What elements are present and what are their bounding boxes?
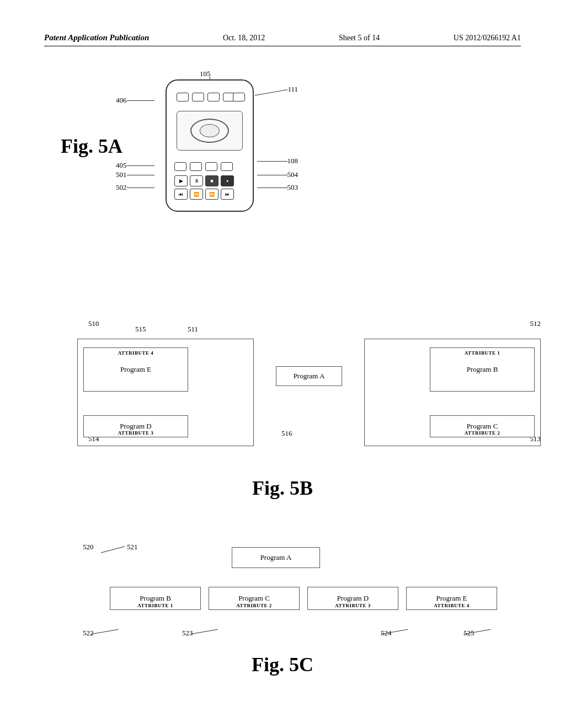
sheet-info: Sheet 5 of 14	[339, 34, 380, 42]
page: Patent Application Publication Oct. 18, …	[0, 0, 565, 728]
box-prog-e-5c: Program E ATTRIBUTE 4	[406, 587, 497, 610]
fig5b-diagram: 510 515 511 512 513 514 516 ATTRIBUTE 4 …	[77, 322, 541, 471]
ref-520: 520	[83, 543, 94, 552]
ref-504: 504	[287, 170, 299, 179]
fig5b-label: Fig. 5B	[44, 477, 521, 500]
fig5c-diagram: 520 521 Program A Program B ATTRIBUTE 1	[66, 537, 541, 647]
fig5a-section: Fig. 5A 105 111 406	[44, 68, 521, 300]
ref-108: 108	[287, 157, 299, 165]
patent-number: US 2012/0266192 A1	[454, 34, 521, 42]
btn-top-2	[192, 93, 204, 101]
prog-e-5c: Program E	[436, 594, 467, 603]
bottom-boxes-row: Program B ATTRIBUTE 1 Program C ATTRIBUT…	[66, 587, 541, 610]
ref-405: 405	[116, 161, 127, 170]
btn-mid-3	[205, 162, 217, 171]
ref-512: 512	[530, 319, 541, 328]
attr2-label: ATTRIBUTE 2	[465, 430, 500, 436]
prog-c-5c: Program C	[238, 594, 270, 603]
ref-105: 105	[200, 69, 211, 78]
top-button-row	[177, 93, 235, 101]
inner-tl-box: ATTRIBUTE 4 Program E	[83, 347, 188, 392]
single-top-btn	[233, 93, 245, 101]
device-screen	[177, 111, 243, 151]
btn-mid-2	[190, 162, 202, 171]
main-content: Fig. 5A 105 111 406	[44, 68, 521, 676]
ref-111: 111	[287, 85, 298, 94]
ref-501: 501	[116, 170, 127, 179]
prog-b-5c: Program B	[140, 594, 171, 603]
ref-406: 406	[116, 96, 127, 105]
publication-date: Oct. 18, 2012	[223, 34, 265, 42]
inner-br-box: ATTRIBUTE 2 Program C	[430, 415, 535, 437]
fig5a-label: Fig. 5A	[61, 135, 122, 158]
oval-inner	[200, 124, 220, 137]
ctrl-btn-pause: ⏸	[190, 175, 203, 186]
program-c-label: Program C	[467, 422, 498, 431]
ref-511: 511	[188, 325, 198, 334]
attr2-5c: ATTRIBUTE 2	[236, 603, 272, 608]
ctrl-btn-rec: ●	[221, 175, 234, 186]
ref-503: 503	[287, 183, 299, 192]
ref-516: 516	[281, 429, 292, 438]
attr3-label: ATTRIBUTE 3	[118, 430, 154, 436]
box-program-a-5c: Program A	[232, 547, 320, 568]
inner-tr-box: ATTRIBUTE 1 Program B	[430, 347, 535, 392]
ref-510: 510	[88, 319, 99, 328]
page-header: Patent Application Publication Oct. 18, …	[44, 33, 521, 46]
box-prog-b-5c: Program B ATTRIBUTE 1	[110, 587, 201, 610]
ref-521: 521	[127, 543, 138, 552]
device-drawing: 105 111 406 405	[166, 79, 254, 212]
ctrl-row-2: ⏮ ⏪ ⏩ ⏭	[174, 189, 234, 200]
outer-right-box: ATTRIBUTE 1 Program B ATTRIBUTE 2 Progra…	[364, 339, 541, 446]
ctrl-btn-play: ▶	[174, 175, 188, 186]
attr4-label: ATTRIBUTE 4	[118, 350, 154, 356]
btn-mid-1	[174, 162, 186, 171]
arrow-522	[91, 629, 118, 635]
prog-a-5c-label: Program A	[260, 553, 292, 562]
inner-bl-box: ATTRIBUTE 3 Program D	[83, 415, 188, 437]
attr4-5c: ATTRIBUTE 4	[434, 603, 470, 608]
fig5b-section: 510 515 511 512 513 514 516 ATTRIBUTE 4 …	[44, 322, 521, 521]
outer-left-box: ATTRIBUTE 4 Program E ATTRIBUTE 3 Progra…	[77, 339, 254, 446]
center-prog-box: Program A	[276, 366, 342, 386]
btn-top-1	[177, 93, 189, 101]
publication-title: Patent Application Publication	[44, 33, 149, 42]
ref-502: 502	[116, 183, 127, 192]
btn-top-3	[207, 93, 220, 101]
ctrl-btn-skipstart: ⏮	[174, 189, 188, 200]
btn-mid-4	[221, 162, 233, 171]
program-a-label: Program A	[294, 372, 325, 381]
ctrl-row-1: ▶ ⏸ ■ ●	[174, 175, 234, 186]
arrow-520-521	[101, 546, 125, 553]
attr3-5c: ATTRIBUTE 3	[335, 603, 371, 608]
ctrl-btn-stop: ■	[205, 175, 218, 186]
program-d-label: Program D	[120, 422, 151, 431]
oval-display	[190, 119, 229, 143]
ref-515: 515	[135, 325, 146, 334]
fig5c-section: 520 521 Program A Program B ATTRIBUTE 1	[44, 537, 521, 676]
box-prog-c-5c: Program C ATTRIBUTE 2	[209, 587, 300, 610]
device-body: ▶ ⏸ ■ ● ⏮ ⏪ ⏩ ⏭	[166, 79, 254, 212]
prog-d-5c: Program D	[337, 594, 369, 603]
ctrl-btn-rewind: ⏪	[190, 189, 203, 200]
ctrl-btn-skipend: ⏭	[221, 189, 234, 200]
ctrl-btn-ffwd: ⏩	[205, 189, 218, 200]
attr1-label: ATTRIBUTE 1	[465, 350, 500, 356]
box-prog-d-5c: Program D ATTRIBUTE 3	[307, 587, 398, 610]
attr1-5c: ATTRIBUTE 1	[137, 603, 173, 608]
arrow-523	[190, 629, 217, 635]
fig5c-label: Fig. 5C	[44, 653, 521, 676]
mid-button-row	[174, 162, 233, 171]
